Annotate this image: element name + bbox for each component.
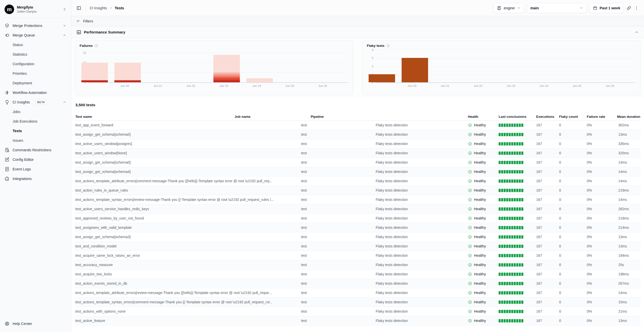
table-row[interactable]: test_assign_get_schema[schema4]testFlaky…: [75, 167, 640, 176]
table-row[interactable]: test_active_users_window[postgres]testFl…: [75, 139, 640, 149]
sidebar-item-ci-insights[interactable]: CI InsightsBETA: [3, 97, 69, 107]
sidebar-item-merge-queue[interactable]: Merge Queue: [3, 30, 69, 40]
conclusion-square: [516, 189, 518, 192]
check-circle-icon: [468, 207, 472, 211]
cell-health: Healthy: [468, 216, 499, 220]
conclusion-square: [501, 170, 503, 173]
conclusion-square: [514, 152, 516, 155]
filters-button[interactable]: Filters: [83, 19, 93, 23]
kebab-menu-icon[interactable]: [634, 6, 639, 11]
conclusion-square: [501, 161, 503, 164]
sidebar-item-merge-protections[interactable]: Merge Protections: [3, 21, 69, 30]
health-label: Healthy: [474, 319, 486, 323]
gridline-y0: [375, 82, 635, 83]
sidebar-item-integrations[interactable]: Integrations: [3, 174, 69, 183]
sidebar-toggle-icon[interactable]: [76, 6, 81, 11]
table-row[interactable]: test_acquire_same_lock_raises_an_errorte…: [75, 251, 640, 260]
table-row[interactable]: test_actions_template_syntax_errors[revi…: [75, 195, 640, 204]
topbar-right: engine main Past 1 week: [493, 3, 639, 13]
cell-test-name: test_actions_with_options_none: [75, 309, 301, 313]
cell-pipeline: Flaky tests detection: [376, 207, 468, 211]
sidebar-item-jobs[interactable]: Jobs: [3, 107, 69, 117]
table-row[interactable]: test_active_featuretestFlaky tests detec…: [75, 316, 640, 325]
cell-flaky-count: 0: [559, 123, 587, 127]
health-label: Healthy: [474, 235, 486, 239]
cell-executions: 167: [536, 272, 559, 276]
sidebar-item-help-center[interactable]: Help Center: [3, 319, 69, 328]
sidebar-item-commands-restrictions[interactable]: Commands Restrictions: [3, 145, 69, 155]
conclusion-square: [514, 245, 516, 248]
branch-select[interactable]: main: [527, 3, 587, 13]
cell-job-name: test: [301, 253, 376, 257]
org-name: Mergifyio: [17, 5, 60, 10]
check-circle-icon: [468, 309, 472, 314]
branch-select-value: main: [530, 6, 539, 10]
table-row[interactable]: test_actions_template_syntax_errors[comm…: [75, 298, 640, 307]
table-row[interactable]: test_actions_template_attribute_errors[c…: [75, 176, 640, 186]
table-row[interactable]: test_assign_get_schema[schema0]testFlaky…: [75, 158, 640, 167]
conclusion-square: [499, 124, 501, 127]
conclusion-square: [499, 245, 501, 248]
table-row[interactable]: test_app_event_forwardtestFlaky tests de…: [75, 121, 640, 130]
time-period-button[interactable]: Past 1 week: [589, 3, 624, 13]
table-row[interactable]: test_assign_get_schema[schema3]testFlaky…: [75, 232, 640, 242]
copy-link-icon[interactable]: [626, 6, 631, 11]
conclusion-square: [511, 179, 513, 183]
health-label: Healthy: [474, 179, 486, 183]
help-circle-icon[interactable]: [386, 44, 390, 48]
conclusion-square: [499, 133, 501, 136]
conclusion-square: [504, 161, 506, 164]
org-switcher[interactable]: m Mergifyio Julien Danjou: [3, 3, 69, 18]
sidebar-item-configuration[interactable]: Configuration: [3, 59, 69, 69]
conclusion-square: [501, 235, 503, 239]
cell-mean-duration: 25s: [618, 263, 640, 267]
flaky-chart-title-row: Flaky tests: [367, 44, 636, 48]
repository-select[interactable]: engine: [493, 3, 524, 13]
table-row[interactable]: test_active_users_service_handles_redis_…: [75, 204, 640, 214]
table-row[interactable]: test_action_rules_in_queue_rulestestFlak…: [75, 186, 640, 195]
breadcrumb-ci-insights[interactable]: CI Insights: [90, 6, 107, 10]
conclusion-square: [499, 207, 501, 211]
conclusion-square: [519, 189, 521, 192]
doc-lock-icon: [5, 147, 10, 153]
table-row[interactable]: test_and_condition_modeltestFlaky tests …: [75, 242, 640, 251]
cell-pipeline: Flaky tests detection: [376, 244, 468, 248]
conclusion-square: [506, 142, 508, 145]
sidebar-item-priorities[interactable]: Priorities: [3, 69, 69, 78]
sidebar-item-issues[interactable]: Issues: [3, 136, 69, 145]
cell-executions: 167: [536, 291, 559, 295]
table-row[interactable]: test_accuracy_measuretestFlaky tests det…: [75, 260, 640, 270]
help-circle-icon[interactable]: [94, 44, 98, 48]
cell-last-conclusions: [499, 301, 536, 304]
conclusion-square: [499, 198, 501, 201]
table-row[interactable]: test_acquire_two_lockstestFlaky tests de…: [75, 270, 640, 279]
sidebar-item-status[interactable]: Status: [3, 40, 69, 50]
sidebar-item-job-executions[interactable]: Job Executions: [3, 117, 69, 126]
conclusion-square: [514, 124, 516, 127]
column-header-pipeline: Pipeline: [311, 115, 468, 119]
charts-strip: Failures 051015Jun 20Jun 21Jun 22Jun 23J…: [71, 38, 644, 99]
conclusion-square: [509, 133, 511, 136]
sidebar-item-statistics[interactable]: Statistics: [3, 50, 69, 59]
sidebar-item-event-logs[interactable]: Event Logs: [3, 164, 69, 174]
table-row[interactable]: test_assignees_with_valid_templatetestFl…: [75, 223, 640, 232]
book-icon: [497, 6, 501, 10]
cell-last-conclusions: [499, 282, 536, 285]
table-row[interactable]: test_assign_get_schema[schema5]testFlaky…: [75, 130, 640, 139]
conclusion-square: [499, 142, 501, 145]
collapse-chevron-up-icon[interactable]: [634, 30, 639, 34]
table-row[interactable]: test_active_users_window[None]testFlaky …: [75, 149, 640, 158]
conclusion-square: [504, 142, 506, 145]
conclusion-square: [511, 310, 513, 313]
cell-mean-duration: 282ms: [618, 207, 640, 211]
sidebar-item-deployment[interactable]: Deployment: [3, 78, 69, 88]
cell-mean-duration: 14ms: [618, 179, 640, 183]
sidebar-item-tests[interactable]: Tests: [3, 126, 69, 136]
cell-mean-duration: 21ms: [618, 309, 640, 313]
table-row[interactable]: test_action_events_stored_in_dbtestFlaky…: [75, 279, 640, 288]
table-row[interactable]: test_approved_reviews_by_user_not_foundt…: [75, 214, 640, 223]
sidebar-item-workflow-automation[interactable]: Workflow Automation: [3, 88, 69, 97]
table-row[interactable]: test_actions_with_options_nonetestFlaky …: [75, 307, 640, 316]
table-row[interactable]: test_actions_template_attribute_errors[r…: [75, 288, 640, 298]
sidebar-item-config-editor[interactable]: Config Editor: [3, 155, 69, 164]
